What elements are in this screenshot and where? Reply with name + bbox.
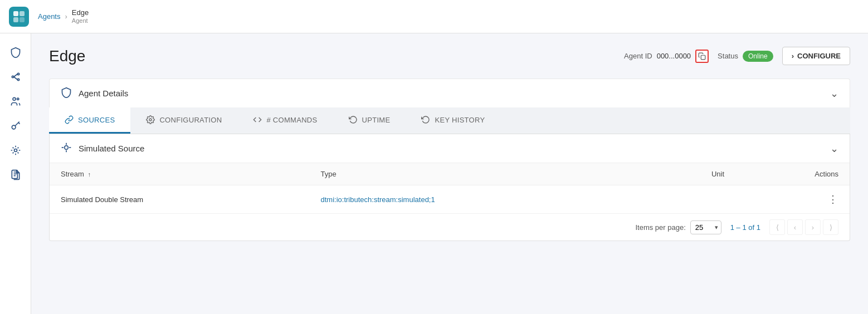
- col-type: Type: [310, 163, 648, 185]
- tabs-bar: SOURCES CONFIGURATION # COMMANDS UPTIME: [49, 107, 850, 134]
- agent-details-bar: Agent Details ⌄: [49, 78, 850, 107]
- page-title: Edge: [49, 47, 85, 65]
- status-section: Status Online: [718, 51, 773, 62]
- pagination-bar: Items per page: 25 10 50 100 1 – 1 of 1 …: [50, 214, 850, 241]
- breadcrumb-edge-title: Edge: [72, 8, 89, 17]
- svg-point-6: [17, 78, 19, 80]
- col-actions-label: Actions: [815, 170, 838, 178]
- content-area: Simulated Source ⌄ Stream ↑ Type Unit: [49, 134, 850, 241]
- main-content: Edge Agent ID 000...0000 Status Online ›…: [31, 33, 868, 314]
- tab-configuration-label: CONFIGURATION: [159, 116, 222, 124]
- breadcrumb-chevron: ›: [65, 12, 67, 21]
- svg-rect-16: [701, 55, 705, 60]
- sidebar-icon-docs[interactable]: [6, 165, 26, 185]
- agent-id-label: Agent ID: [624, 52, 652, 60]
- svg-point-17: [149, 119, 152, 121]
- page-nav: ⟨ ‹ › ⟩: [769, 219, 838, 235]
- col-unit: Unit: [648, 163, 736, 185]
- next-page-button[interactable]: ›: [805, 219, 821, 235]
- items-per-page-select[interactable]: 25 10 50 100: [690, 220, 721, 234]
- sidebar-icon-nodes[interactable]: [6, 67, 26, 87]
- simulated-source-left: Simulated Source: [61, 142, 144, 155]
- stream-actions-cell[interactable]: ⋮: [735, 185, 850, 214]
- svg-point-9: [13, 97, 16, 100]
- agent-details-collapse-button[interactable]: ⌄: [830, 87, 838, 100]
- stream-type-cell: dtmi:io:tributech:stream:simulated;1: [310, 185, 648, 214]
- first-page-button[interactable]: ⟨: [769, 219, 785, 235]
- sidebar-icon-key[interactable]: [6, 116, 26, 136]
- agent-id-section: Agent ID 000...0000: [624, 50, 709, 63]
- svg-point-5: [17, 73, 19, 75]
- prev-page-button[interactable]: ‹: [787, 219, 803, 235]
- items-per-page: Items per page: 25 10 50 100: [635, 220, 721, 234]
- top-bar: Agents › Edge Agent: [0, 0, 868, 33]
- tab-key-history-label: KEY HISTORY: [435, 116, 485, 124]
- svg-line-13: [18, 122, 20, 124]
- items-per-page-wrapper: 25 10 50 100: [690, 220, 721, 234]
- svg-line-8: [13, 77, 17, 80]
- col-type-label: Type: [321, 170, 337, 178]
- sort-arrow-stream: ↑: [88, 171, 91, 178]
- agent-details-label: Agent Details: [79, 89, 128, 98]
- agent-id-value: 000...0000: [657, 52, 691, 60]
- svg-point-18: [65, 146, 69, 150]
- svg-point-4: [12, 76, 13, 77]
- agent-details-left: Agent Details: [61, 87, 128, 100]
- items-per-page-label: Items per page:: [635, 223, 685, 232]
- col-stream-label: Stream: [61, 170, 84, 178]
- simulated-source-label: Simulated Source: [79, 144, 144, 153]
- simulated-source-bar: Simulated Source ⌄: [50, 134, 850, 163]
- table-row: Simulated Double Stream dtmi:io:tributec…: [50, 185, 850, 214]
- row-actions-menu-button[interactable]: ⋮: [828, 194, 838, 205]
- tab-sources[interactable]: SOURCES: [49, 107, 130, 134]
- stream-name-cell: Simulated Double Stream: [50, 185, 310, 214]
- svg-line-12: [15, 122, 19, 126]
- svg-line-7: [13, 74, 17, 77]
- svg-rect-0: [13, 11, 18, 16]
- sidebar-icon-users[interactable]: [6, 91, 26, 111]
- svg-rect-1: [19, 11, 25, 16]
- svg-point-11: [12, 125, 16, 129]
- page-header: Edge Agent ID 000...0000 Status Online ›…: [49, 47, 850, 65]
- sidebar-icon-shield[interactable]: [6, 42, 26, 62]
- stream-unit-cell: [648, 185, 736, 214]
- tab-configuration[interactable]: CONFIGURATION: [130, 107, 237, 134]
- breadcrumb-agent-sub: Agent: [72, 17, 89, 24]
- sidebar-icon-integrations[interactable]: [6, 140, 26, 160]
- configure-chevron: ›: [792, 52, 794, 60]
- tab-commands[interactable]: # COMMANDS: [237, 107, 333, 134]
- tab-commands-label: # COMMANDS: [266, 116, 317, 124]
- shield-icon: [61, 87, 72, 100]
- header-right: Agent ID 000...0000 Status Online › CONF…: [624, 47, 850, 65]
- copy-agent-id-button[interactable]: [695, 50, 709, 63]
- breadcrumb: Agents › Edge Agent: [38, 8, 89, 24]
- app-logo[interactable]: [9, 7, 29, 27]
- simulated-source-collapse-button[interactable]: ⌄: [830, 143, 838, 155]
- svg-point-10: [17, 98, 18, 100]
- svg-rect-3: [19, 17, 25, 22]
- tab-sources-label: SOURCES: [78, 116, 115, 124]
- status-label: Status: [718, 52, 738, 60]
- last-page-button[interactable]: ⟩: [823, 219, 838, 235]
- breadcrumb-edge-agent: Edge Agent: [72, 8, 89, 24]
- col-stream[interactable]: Stream ↑: [50, 163, 310, 185]
- tab-key-history[interactable]: KEY HISTORY: [406, 107, 500, 134]
- col-unit-label: Unit: [711, 170, 724, 178]
- col-actions: Actions: [735, 163, 850, 185]
- diamond-icon: [61, 142, 72, 155]
- sidebar: [0, 33, 31, 314]
- configure-button[interactable]: › CONFIGURE: [782, 47, 850, 65]
- streams-table: Stream ↑ Type Unit Actions Simula: [50, 163, 850, 214]
- svg-rect-2: [13, 17, 18, 22]
- status-badge: Online: [743, 51, 773, 62]
- breadcrumb-agents[interactable]: Agents: [38, 12, 60, 21]
- svg-point-14: [14, 149, 17, 152]
- tab-uptime[interactable]: UPTIME: [333, 107, 406, 134]
- tab-uptime-label: UPTIME: [362, 116, 391, 124]
- page-info: 1 – 1 of 1: [730, 223, 760, 232]
- configure-label: CONFIGURE: [797, 52, 841, 60]
